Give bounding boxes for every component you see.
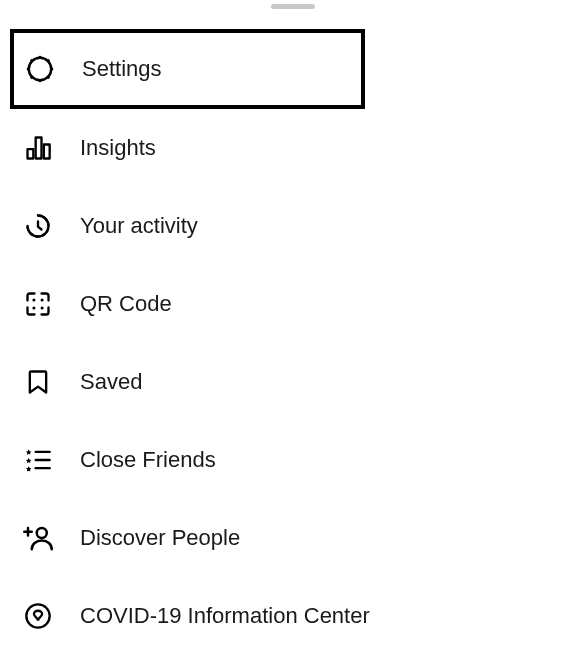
menu-label: Insights xyxy=(80,135,156,161)
svg-point-14 xyxy=(41,298,44,301)
svg-line-9 xyxy=(47,60,49,62)
covid-info-icon xyxy=(22,600,54,632)
qrcode-icon xyxy=(22,288,54,320)
svg-point-1 xyxy=(34,63,47,76)
menu-item-covid-info[interactable]: COVID-19 Information Center xyxy=(0,577,585,653)
menu-label: Saved xyxy=(80,369,142,395)
svg-line-6 xyxy=(31,60,33,62)
menu-label: Discover People xyxy=(80,525,240,551)
menu-label: COVID-19 Information Center xyxy=(80,603,370,629)
svg-rect-10 xyxy=(28,149,34,158)
settings-icon xyxy=(24,53,56,85)
svg-marker-17 xyxy=(26,449,32,454)
activity-icon xyxy=(22,210,54,242)
menu-item-insights[interactable]: Insights xyxy=(0,109,585,187)
saved-icon xyxy=(22,366,54,398)
menu-label: QR Code xyxy=(80,291,172,317)
svg-point-23 xyxy=(37,528,47,538)
menu-item-qrcode[interactable]: QR Code xyxy=(0,265,585,343)
svg-marker-19 xyxy=(26,458,32,463)
menu-list: Settings Insights Your activity xyxy=(0,27,585,653)
svg-rect-12 xyxy=(44,145,50,159)
svg-rect-11 xyxy=(36,138,42,159)
close-friends-icon xyxy=(22,444,54,476)
svg-point-26 xyxy=(26,604,49,627)
svg-line-7 xyxy=(47,76,49,78)
menu-item-activity[interactable]: Your activity xyxy=(0,187,585,265)
svg-point-16 xyxy=(41,307,44,310)
svg-marker-21 xyxy=(26,466,32,471)
discover-people-icon xyxy=(22,522,54,554)
menu-item-settings[interactable]: Settings xyxy=(10,29,365,109)
svg-point-13 xyxy=(32,298,35,301)
menu-label: Your activity xyxy=(80,213,198,239)
insights-icon xyxy=(22,132,54,164)
svg-line-8 xyxy=(31,76,33,78)
drag-handle[interactable] xyxy=(271,4,315,9)
menu-item-close-friends[interactable]: Close Friends xyxy=(0,421,585,499)
menu-item-saved[interactable]: Saved xyxy=(0,343,585,421)
svg-point-15 xyxy=(32,307,35,310)
menu-label: Close Friends xyxy=(80,447,216,473)
menu-label: Settings xyxy=(82,56,162,82)
menu-item-discover-people[interactable]: Discover People xyxy=(0,499,585,577)
